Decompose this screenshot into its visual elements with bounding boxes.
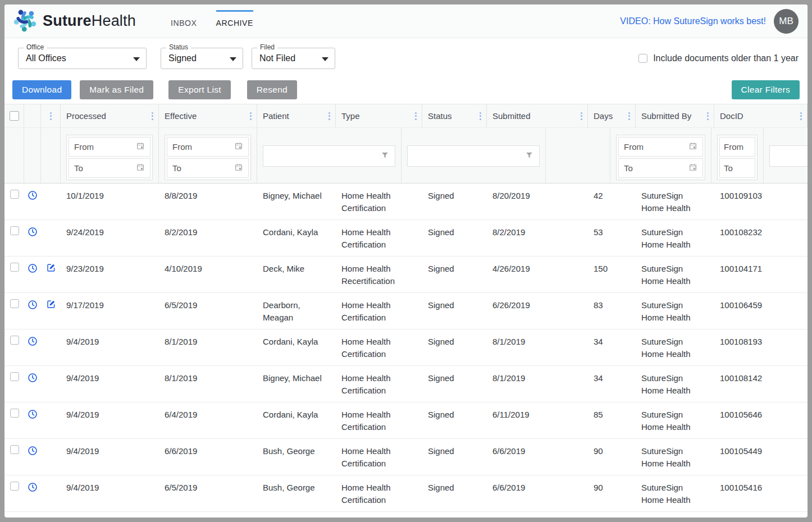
column-header-type[interactable]: Type [336,104,422,127]
processed-date: 9/4/2019 [61,329,159,365]
column-header-patient[interactable]: Patient [257,104,336,127]
history-clock-icon[interactable] [28,409,38,419]
column-menu-icon[interactable] [628,112,630,120]
video-help-link[interactable]: VIDEO: How SutureSign works best! [620,16,766,26]
column-menu-icon[interactable] [50,112,52,120]
user-avatar[interactable]: MB [774,9,799,34]
clear-filters-button[interactable]: Clear Filters [732,80,800,99]
row-checkbox[interactable] [10,263,19,272]
calendar-icon[interactable] [234,163,243,174]
resend-button[interactable]: Resend [247,80,297,99]
column-header-days[interactable]: Days [588,104,636,127]
row-checkbox[interactable] [10,409,19,418]
office-select[interactable]: Office All Offices [18,48,147,69]
download-button[interactable]: Download [12,80,71,99]
calendar-icon[interactable] [136,163,145,174]
document-type: Home Health Certification [336,329,422,365]
table-row: 9/24/20198/2/2019Cordani, KaylaHome Heal… [4,220,808,257]
column-menu-icon[interactable] [707,112,709,120]
column-header-submitted-by[interactable]: Submitted By [636,104,714,127]
table-row: 10/1/20198/8/2019Bigney, MichaelHome Hea… [4,184,808,220]
history-clock-icon[interactable] [28,263,38,273]
calendar-icon[interactable] [688,141,697,153]
older-documents-checkbox[interactable] [638,54,647,63]
status-value: Signed [422,475,487,511]
column-menu-icon[interactable] [581,112,582,120]
history-clock-icon[interactable] [28,227,38,237]
effective-to-input[interactable] [172,163,222,173]
submitted-date: 8/20/2019 [487,184,588,219]
row-checkbox[interactable] [10,226,19,235]
filed-select-label: Filed [257,43,277,51]
document-type: Home Health Certification [336,293,422,329]
action-bar: Download Mark as Filed Export List Resen… [4,79,808,104]
submitted-from-input[interactable] [624,142,676,152]
history-clock-icon[interactable] [28,482,38,492]
filter-funnel-icon[interactable] [525,151,533,162]
row-checkbox[interactable] [10,336,19,345]
processed-to-input[interactable] [74,163,124,173]
column-menu-icon[interactable] [800,112,802,120]
row-checkbox[interactable] [10,190,19,199]
patient-name: Bush, George [257,475,336,511]
patient-filter-input[interactable] [269,152,381,161]
history-clock-icon[interactable] [28,446,38,456]
status-select[interactable]: Status Signed [161,48,243,69]
status-value: Signed [422,439,487,475]
mark-as-filed-button[interactable]: Mark as Filed [80,80,153,99]
processed-from-input[interactable] [74,142,124,152]
column-menu-icon[interactable] [415,112,417,120]
history-clock-icon[interactable] [28,190,38,200]
submitted-by-filter-input[interactable] [775,152,808,161]
column-header-docid[interactable]: DocID [714,104,808,127]
edit-icon[interactable] [47,300,56,309]
row-checkbox[interactable] [10,372,19,381]
column-menu-icon[interactable] [480,112,481,120]
export-list-button[interactable]: Export List [168,80,231,99]
doc-id: 100106459 [714,293,808,329]
filter-funnel-icon[interactable] [381,151,389,162]
days-to-input[interactable] [724,163,751,173]
days-count: 150 [588,257,636,292]
column-header-submitted[interactable]: Submitted [487,104,588,127]
history-clock-icon[interactable] [28,336,38,346]
column-header-status[interactable]: Status [422,104,487,127]
row-checkbox[interactable] [10,482,19,491]
tab-inbox[interactable]: INBOX [171,10,197,33]
submitted-date: 8/1/2019 [487,329,588,365]
doc-id: 100105416 [714,475,808,511]
row-edit-cell [41,184,61,219]
status-value: Signed [422,366,487,402]
history-clock-icon[interactable] [28,373,38,383]
chevron-down-icon [322,57,329,61]
effective-from-input[interactable] [172,142,222,152]
tab-archive[interactable]: ARCHIVE [216,10,253,33]
column-header-processed[interactable]: Processed [61,104,159,127]
patient-name: Cordani, Kayla [257,329,336,365]
filed-select[interactable]: Filed Not Filed [252,48,335,69]
row-checkbox[interactable] [10,299,19,308]
days-from-input[interactable] [724,142,751,152]
column-menu-icon[interactable] [250,112,252,120]
document-type: Home Health Recertification [336,257,422,292]
row-edit-cell [41,220,61,256]
submitted-to-input[interactable] [624,163,676,173]
type-filter-input[interactable] [413,152,525,161]
row-edit-cell [41,475,61,511]
submitted-by: SutureSign Home Health [636,220,714,256]
column-menu-icon[interactable] [329,112,330,120]
table-row: 9/23/20194/10/2019Deck, MikeHome Health … [4,257,808,293]
column-menu-icon[interactable] [152,112,153,120]
processed-date: 9/23/2019 [61,257,159,292]
calendar-icon[interactable] [234,141,243,153]
row-checkbox[interactable] [10,445,19,454]
calendar-icon[interactable] [688,163,697,174]
select-all-checkbox[interactable] [10,111,19,121]
processed-date: 9/4/2019 [61,439,159,475]
effective-date: 4/10/2019 [159,257,257,292]
column-header-effective[interactable]: Effective [159,104,257,127]
edit-icon[interactable] [47,263,56,272]
calendar-icon[interactable] [136,141,145,153]
history-clock-icon[interactable] [28,300,38,310]
row-history-cell [24,257,41,292]
